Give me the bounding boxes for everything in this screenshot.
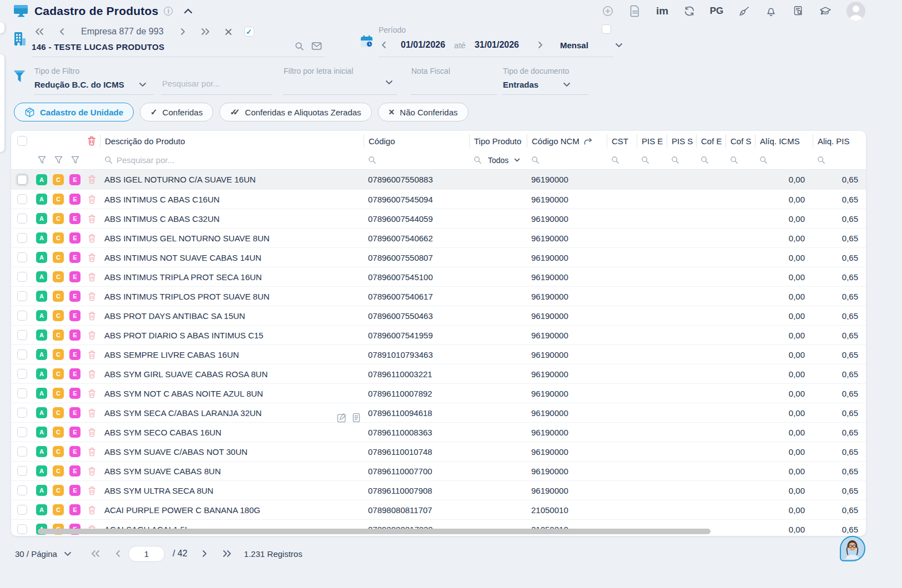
tipo-documento-select[interactable]: Entradas <box>503 80 571 89</box>
table-row[interactable]: A C E ABS INTIMUS C ABAS C16UN 078960075… <box>11 189 866 209</box>
badge-e[interactable]: E <box>69 330 80 341</box>
tipo-documento-chevron-icon[interactable] <box>563 82 571 87</box>
period-end-date[interactable]: 31/01/2026 <box>475 40 519 50</box>
table-row[interactable]: A C E ABS INTIMUS TRIPLOS PROT SUAVE 8UN… <box>11 286 866 306</box>
edit-icon[interactable] <box>337 413 347 423</box>
select-all-checkbox[interactable] <box>17 136 27 146</box>
badge-c[interactable]: C <box>53 407 64 418</box>
nota-fiscal-input[interactable] <box>411 79 495 88</box>
badge-c[interactable]: C <box>53 427 64 438</box>
row-checkbox[interactable] <box>17 330 27 340</box>
row-trash-icon[interactable] <box>83 408 100 418</box>
table-row[interactable]: A C E ABS SYM SECA C/ABAS LARANJA 32UN 0… <box>11 403 866 422</box>
badge-a[interactable]: A <box>36 252 47 263</box>
col-header-pis-e[interactable]: PIS E <box>637 134 667 148</box>
badge-e[interactable]: E <box>69 291 80 302</box>
row-trash-icon[interactable] <box>83 331 100 340</box>
col-header-aliq-icms[interactable]: Alíq. ICMS <box>755 134 813 148</box>
table-row[interactable]: A C E ABS INTIMUS NOT SUAVE CABAS 14UN 0… <box>11 247 866 267</box>
ncm-filter-search-icon[interactable] <box>527 156 607 164</box>
filter-e-funnel-icon[interactable] <box>67 156 83 164</box>
row-trash-icon[interactable] <box>83 292 100 301</box>
badge-a[interactable]: A <box>36 291 47 302</box>
badge-c[interactable]: C <box>53 271 64 282</box>
col-header-descricao[interactable]: Descrição do Produto <box>100 134 364 148</box>
badge-e[interactable]: E <box>69 232 80 244</box>
filter-a-funnel-icon[interactable] <box>33 156 50 164</box>
row-trash-icon[interactable] <box>83 214 100 224</box>
badge-c[interactable]: C <box>53 330 64 341</box>
table-row[interactable]: A C E ABS INTIMUS GEL NOTURNO SUAVE 8UN … <box>11 228 866 247</box>
col-header-cst[interactable]: CST <box>607 134 637 148</box>
info-icon[interactable]: i <box>164 7 173 16</box>
badge-a[interactable]: A <box>36 465 47 477</box>
per-page-select[interactable]: 30 / Página <box>15 549 57 559</box>
current-page-input[interactable] <box>128 546 165 562</box>
cof-e-filter-search-icon[interactable] <box>696 156 725 164</box>
support-chat-avatar[interactable] <box>840 536 865 561</box>
horizontal-scrollbar[interactable] <box>38 529 710 534</box>
broom-icon[interactable] <box>738 5 750 17</box>
badge-c[interactable]: C <box>53 504 64 515</box>
delete-selected-icon[interactable] <box>83 131 100 151</box>
badge-e[interactable]: E <box>69 310 80 321</box>
badge-a[interactable]: A <box>36 271 47 282</box>
row-trash-icon[interactable] <box>83 505 100 515</box>
document-search-icon[interactable] <box>792 5 804 17</box>
badge-e[interactable]: E <box>69 504 80 515</box>
letra-inicial-select[interactable] <box>385 80 393 85</box>
badge-a[interactable]: A <box>36 427 47 438</box>
row-trash-icon[interactable] <box>83 311 100 321</box>
badge-e[interactable]: E <box>69 465 80 477</box>
row-checkbox[interactable] <box>17 214 27 224</box>
badge-c[interactable]: C <box>53 252 64 263</box>
filter-search-input[interactable] <box>162 79 270 88</box>
prev-page-button[interactable] <box>115 550 120 557</box>
next-period-button[interactable] <box>536 41 546 49</box>
row-checkbox[interactable] <box>17 311 27 321</box>
badge-c[interactable]: C <box>53 213 64 224</box>
col-header-codigo-ncm[interactable]: Código NCM <box>527 134 607 148</box>
badge-c[interactable]: C <box>53 310 64 321</box>
badge-e[interactable]: E <box>69 407 80 418</box>
row-trash-icon[interactable] <box>83 272 100 282</box>
row-checkbox[interactable] <box>17 408 27 418</box>
badge-a[interactable]: A <box>36 368 47 379</box>
badge-c[interactable]: C <box>53 388 64 399</box>
filter-c-funnel-icon[interactable] <box>50 156 67 164</box>
row-trash-icon[interactable] <box>83 175 100 184</box>
prev-company-button[interactable] <box>57 28 67 36</box>
badge-e[interactable]: E <box>69 427 80 438</box>
cst-filter-search-icon[interactable] <box>607 156 637 164</box>
row-checkbox[interactable] <box>17 505 27 515</box>
first-page-button[interactable] <box>90 550 100 557</box>
table-row[interactable]: A C E ACAI PURPLE POWER C BANANA 180G 07… <box>11 500 866 519</box>
row-trash-icon[interactable] <box>83 428 100 437</box>
tipo-filtro-select[interactable]: Redução B.C. do ICMS <box>34 80 147 89</box>
badge-c[interactable]: C <box>53 174 64 185</box>
mail-icon[interactable] <box>311 42 322 53</box>
table-row[interactable]: A C E ABS PROT DAYS ANTIBAC SA 15UN 0789… <box>11 306 866 325</box>
im-logo[interactable]: im <box>656 5 668 17</box>
col-header-tipo-produto[interactable]: Tipo Produto <box>469 134 527 148</box>
table-row[interactable]: A C E ABS SYM SUAVE C/ABAS NOT 30UN 0789… <box>11 442 866 461</box>
badge-a[interactable]: A <box>36 330 47 341</box>
clear-company-button[interactable] <box>223 28 234 36</box>
badge-e[interactable]: E <box>69 194 80 205</box>
badge-e[interactable]: E <box>69 252 80 263</box>
left-drawer-edge[interactable] <box>0 54 4 152</box>
table-row[interactable]: A C E ABS SYM SUAVE CABAS 8UN 0789611000… <box>11 461 866 480</box>
collapse-chevron-icon[interactable] <box>184 8 193 14</box>
row-checkbox[interactable] <box>17 369 27 379</box>
col-header-codigo[interactable]: Código <box>364 134 469 148</box>
cadastro-unidade-button[interactable]: Cadastro de Unidade <box>14 103 134 121</box>
plus-circle-icon[interactable] <box>602 5 614 17</box>
graduation-cap-icon[interactable] <box>819 5 832 17</box>
row-checkbox[interactable] <box>17 272 27 282</box>
bell-icon[interactable] <box>765 5 777 17</box>
row-trash-icon[interactable] <box>83 350 100 359</box>
row-checkbox[interactable] <box>17 485 27 495</box>
badge-a[interactable]: A <box>36 174 47 185</box>
row-checkbox[interactable] <box>17 349 27 359</box>
prev-period-button[interactable] <box>379 41 389 49</box>
